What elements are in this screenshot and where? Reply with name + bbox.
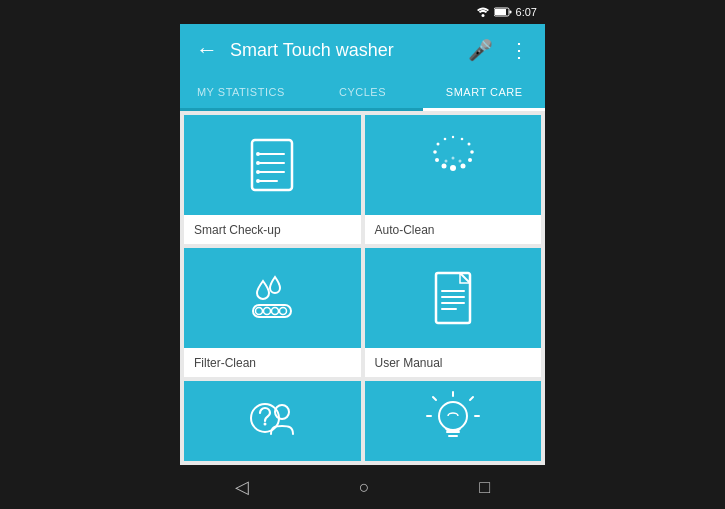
card-auto-clean[interactable]: Auto-Clean <box>365 115 542 244</box>
app-title: Smart Touch washer <box>230 40 456 61</box>
card-smart-checkup[interactable]: Smart Check-up <box>184 115 361 244</box>
card-tips[interactable] <box>365 381 542 461</box>
svg-point-15 <box>435 158 439 162</box>
card-icon-user-manual <box>365 248 542 348</box>
tab-bar: MY STATISTICS CYCLES SMART CARE <box>180 76 545 111</box>
card-user-manual[interactable]: User Manual <box>365 248 542 377</box>
tab-my-statistics[interactable]: MY STATISTICS <box>180 76 302 108</box>
svg-point-17 <box>436 143 439 146</box>
svg-rect-3 <box>509 11 511 14</box>
mic-button[interactable]: 🎤 <box>464 34 497 66</box>
svg-point-23 <box>468 158 472 162</box>
svg-point-6 <box>256 152 260 156</box>
nav-back-button[interactable]: ◁ <box>215 468 269 506</box>
wifi-icon <box>476 7 490 17</box>
svg-point-19 <box>452 136 454 138</box>
svg-point-31 <box>272 308 279 315</box>
svg-line-45 <box>433 397 436 400</box>
status-bar: 6:07 <box>180 0 545 24</box>
dots-arc-icon <box>418 130 488 200</box>
card-icon-smart-checkup <box>184 115 361 215</box>
svg-point-14 <box>441 164 446 169</box>
card-filter-clean[interactable]: Filter-Clean <box>184 248 361 377</box>
svg-point-13 <box>450 165 456 171</box>
card-icon-auto-clean <box>365 115 542 215</box>
svg-point-29 <box>256 308 263 315</box>
nav-recents-button[interactable]: □ <box>459 469 510 506</box>
svg-point-21 <box>467 143 470 146</box>
label-smart-checkup: Smart Check-up <box>184 215 361 244</box>
svg-point-0 <box>481 14 484 17</box>
lightbulb-icon <box>418 386 488 456</box>
phone-frame: 6:07 ← Smart Touch washer 🎤 ⋮ MY STATIST… <box>180 0 545 509</box>
card-help[interactable] <box>184 381 361 461</box>
tab-cycles[interactable]: CYCLES <box>302 76 424 108</box>
svg-line-46 <box>470 397 473 400</box>
svg-point-39 <box>264 423 267 426</box>
app-bar: ← Smart Touch washer 🎤 ⋮ <box>180 24 545 76</box>
smart-care-grid: Smart Check-up <box>180 111 545 465</box>
document-icon <box>418 263 488 333</box>
svg-point-24 <box>460 164 465 169</box>
battery-icon <box>494 7 512 17</box>
card-icon-tips <box>365 381 542 461</box>
status-icons <box>476 7 512 17</box>
filter-icon <box>237 263 307 333</box>
svg-point-20 <box>460 138 463 141</box>
svg-point-30 <box>264 308 271 315</box>
back-button[interactable]: ← <box>192 33 222 67</box>
svg-rect-2 <box>495 9 506 15</box>
svg-point-18 <box>443 138 446 141</box>
svg-point-22 <box>470 150 474 154</box>
checklist-icon <box>237 130 307 200</box>
svg-point-32 <box>280 308 287 315</box>
tab-smart-care[interactable]: SMART CARE <box>423 76 545 108</box>
more-button[interactable]: ⋮ <box>505 34 533 66</box>
label-user-manual: User Manual <box>365 348 542 377</box>
svg-point-41 <box>439 402 467 430</box>
bottom-nav: ◁ ○ □ <box>180 465 545 509</box>
card-icon-filter-clean <box>184 248 361 348</box>
nav-home-button[interactable]: ○ <box>339 469 390 506</box>
help-icon <box>237 386 307 456</box>
svg-point-26 <box>451 157 454 160</box>
label-auto-clean: Auto-Clean <box>365 215 542 244</box>
svg-point-16 <box>433 150 437 154</box>
svg-point-12 <box>256 179 260 183</box>
svg-point-8 <box>256 161 260 165</box>
status-time: 6:07 <box>516 6 537 18</box>
svg-point-10 <box>256 170 260 174</box>
svg-point-25 <box>444 160 447 163</box>
label-filter-clean: Filter-Clean <box>184 348 361 377</box>
svg-point-27 <box>458 160 461 163</box>
card-icon-help <box>184 381 361 461</box>
